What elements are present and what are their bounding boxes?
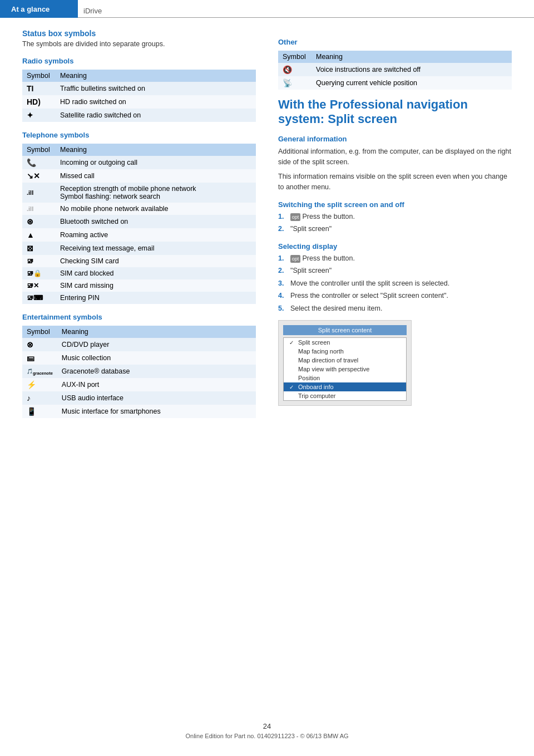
radio-table: Symbol Meaning TI Traffic bulletins swit… <box>22 70 256 122</box>
tel-meaning-11: Entering PIN <box>56 292 256 304</box>
table-row: 🖳🔒 SIM card blocked <box>22 267 256 279</box>
status-box-subtitle: The symbols are divided into separate gr… <box>22 40 256 48</box>
list-item: 1. opt Press the button. <box>278 212 512 222</box>
list-item: 4. Press the controller or select "Split… <box>278 291 512 301</box>
table-row: 📡 Querying current vehicle position <box>278 76 512 90</box>
tel-symbol-5: ⊛ <box>22 215 56 228</box>
header-blue-label: At a glance <box>0 0 78 18</box>
tel-symbol-2: ↘✕ <box>22 169 56 183</box>
selecting-steps-list: 1. opt Press the button. 2. "Split scree… <box>278 254 512 314</box>
tel-symbol-1: 📞 <box>22 156 56 169</box>
ent-col-symbol: Symbol <box>22 326 57 338</box>
radio-symbol-1: TI <box>22 82 56 95</box>
other-symbol-1: 🔇 <box>278 63 312 76</box>
page-number: 24 <box>263 722 271 730</box>
tel-symbol-10: 🖳✕ <box>22 279 56 292</box>
ent-meaning-4: AUX-IN port <box>57 378 256 391</box>
button-icon-2: opt <box>290 255 300 263</box>
tel-symbol-8: 🖳 <box>22 255 56 267</box>
ent-meaning-5: USB audio interface <box>57 391 256 405</box>
button-icon-1: opt <box>290 213 300 221</box>
screenshot-menu: ✓Split screen Map facing north Map direc… <box>283 337 407 401</box>
entertainment-table: Symbol Meaning ⊗ CD/DVD player 🖴 Music c… <box>22 326 256 418</box>
ent-symbol-6: 📱 <box>22 405 57 418</box>
ent-meaning-6: Music interface for smartphones <box>57 405 256 418</box>
status-box-title: Status box symbols <box>22 29 256 38</box>
tel-symbol-11: 🖳⌨ <box>22 292 56 304</box>
table-row: 🖳✕ SIM card missing <box>22 279 256 292</box>
tel-symbol-7: ⊠ <box>22 242 56 255</box>
right-section-title: With the Professional navigation system:… <box>278 97 512 127</box>
table-row: ↘✕ Missed call <box>22 169 256 183</box>
tel-meaning-10: SIM card missing <box>56 279 256 292</box>
radio-symbol-2: HD) <box>22 95 56 109</box>
telephone-section-title: Telephone symbols <box>22 131 256 139</box>
list-item: 2. "Split screen" <box>278 224 512 234</box>
table-row: 📱 Music interface for smartphones <box>22 405 256 418</box>
screenshot-title: Split screen content <box>283 325 407 335</box>
tel-meaning-4: No mobile phone network available <box>56 203 256 215</box>
ent-symbol-1: ⊗ <box>22 338 57 351</box>
tel-col-symbol: Symbol <box>22 144 56 156</box>
table-row: HD) HD radio switched on <box>22 95 256 109</box>
general-text-1: Additional information, e.g. from the co… <box>278 146 512 168</box>
menu-item-map-perspective: Map view with perspective <box>284 365 406 374</box>
header-tab-text: iDrive <box>83 7 102 15</box>
radio-meaning-2: HD radio switched on <box>56 95 256 109</box>
radio-section-title: Radio symbols <box>22 57 256 65</box>
table-row: ⊗ CD/DVD player <box>22 338 256 351</box>
menu-item-map-north: Map facing north <box>284 347 406 356</box>
table-row: TI Traffic bulletins switched on <box>22 82 256 95</box>
telephone-table: Symbol Meaning 📞 Incoming or outgoing ca… <box>22 144 256 304</box>
menu-item-map-direction: Map direction of travel <box>284 356 406 365</box>
ent-symbol-4: ⚡ <box>22 378 57 391</box>
menu-item-position: Position <box>284 374 406 382</box>
switching-title: Switching the split screen on and off <box>278 200 512 209</box>
ent-meaning-3: Gracenote® database <box>57 365 256 378</box>
list-item: 1. opt Press the button. <box>278 254 512 264</box>
menu-item-trip-computer: Trip computer <box>284 391 406 400</box>
header-tab: iDrive <box>78 0 534 18</box>
header-bar: At a glance iDrive <box>0 0 534 18</box>
list-item: 2. "Split screen" <box>278 266 512 276</box>
tel-symbol-6: ▲ <box>22 228 56 242</box>
radio-meaning-3: Satellite radio switched on <box>56 109 256 122</box>
ent-symbol-3: 🎵gracenote <box>22 365 57 378</box>
radio-symbol-3: ✦ <box>22 109 56 122</box>
tel-meaning-6: Roaming active <box>56 228 256 242</box>
right-column: Other Symbol Meaning 🔇 Voice instruction… <box>278 29 512 426</box>
tel-meaning-8: Checking SIM card <box>56 255 256 267</box>
tel-meaning-1: Incoming or outgoing call <box>56 156 256 169</box>
tel-symbol-3: .ill <box>22 183 56 203</box>
list-item: 5. Select the desired menu item. <box>278 304 512 314</box>
other-symbol-2: 📡 <box>278 76 312 90</box>
other-section-title: Other <box>278 38 512 46</box>
table-row: 🖳⌨ Entering PIN <box>22 292 256 304</box>
table-row: .ill Reception strength of mobile phone … <box>22 183 256 203</box>
ent-meaning-1: CD/DVD player <box>57 338 256 351</box>
table-row: ♪ USB audio interface <box>22 391 256 405</box>
radio-col-symbol: Symbol <box>22 70 56 82</box>
radio-col-meaning: Meaning <box>56 70 256 82</box>
table-row: ⚡ AUX-IN port <box>22 378 256 391</box>
entertainment-section-title: Entertainment symbols <box>22 313 256 321</box>
tel-symbol-9: 🖳🔒 <box>22 267 56 279</box>
general-text-2: This information remains visible on the … <box>278 171 512 193</box>
other-table: Symbol Meaning 🔇 Voice instructions are … <box>278 51 512 90</box>
other-meaning-1: Voice instructions are switched off <box>312 63 512 76</box>
header-blue-text: At a glance <box>11 5 50 13</box>
table-row: ⊠ Receiving text message, email <box>22 242 256 255</box>
table-row: 🖳 Checking SIM card <box>22 255 256 267</box>
switching-steps-list: 1. opt Press the button. 2. "Split scree… <box>278 212 512 234</box>
copyright-text: Online Edition for Part no. 01402911223 … <box>185 733 348 739</box>
screenshot-box: Split screen content ✓Split screen Map f… <box>278 320 412 406</box>
tel-meaning-7: Receiving text message, email <box>56 242 256 255</box>
menu-item-onboard-info: ✓Onboard info <box>284 382 406 391</box>
tel-col-meaning: Meaning <box>56 144 256 156</box>
table-row: 🔇 Voice instructions are switched off <box>278 63 512 76</box>
ent-symbol-2: 🖴 <box>22 351 57 365</box>
tel-meaning-2: Missed call <box>56 169 256 183</box>
tel-meaning-5: Bluetooth switched on <box>56 215 256 228</box>
other-col-symbol: Symbol <box>278 51 312 63</box>
table-row: 📞 Incoming or outgoing call <box>22 156 256 169</box>
